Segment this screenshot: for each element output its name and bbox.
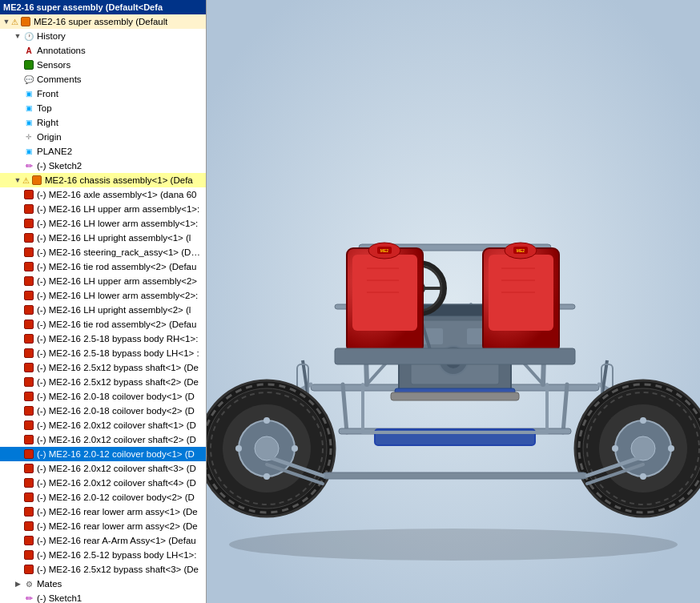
item-label: (-) ME2-16 tie rod assembly<2> (Defau bbox=[37, 320, 196, 329]
tree-item-lh_lower2[interactable]: (-) ME2-16 LH lower arm assembly<2>: bbox=[0, 288, 206, 303]
tree-item-bypass_rh1[interactable]: (-) ME2-16 2.5-18 bypass body RH<1>: bbox=[0, 332, 206, 346]
item-label: (-) ME2-16 LH upright assembly<1> (l bbox=[37, 233, 191, 243]
cad-viewport[interactable]: ME2 ME2 bbox=[207, 0, 700, 603]
expand-spacer bbox=[13, 304, 22, 316]
tree-item-mates[interactable]: ▶⚙Mates bbox=[0, 577, 206, 591]
plane-icon: ▣ bbox=[22, 87, 35, 100]
part-icon bbox=[22, 275, 35, 287]
item-label: (-) ME2-16 2.0-12 coilover body<1> (D bbox=[37, 449, 195, 459]
tree-item-tie_rod2[interactable]: (-) ME2-16 tie rod assembly<2> (Defau bbox=[0, 259, 206, 274]
sketch-icon: ✏ bbox=[22, 159, 35, 172]
tree-item-coilover_body1[interactable]: (-) ME2-16 2.0-18 coilover body<1> (D bbox=[0, 389, 206, 404]
part-icon bbox=[22, 304, 35, 316]
tree-item-rear_lower1[interactable]: (-) ME2-16 rear lower arm assy<1> (De bbox=[0, 505, 206, 519]
tree-item-front[interactable]: ▣Front bbox=[0, 86, 206, 101]
item-label: Top bbox=[37, 103, 52, 113]
tree-item-coilover_shaft2[interactable]: (-) ME2-16 2.0x12 coilover shaft<2> (D bbox=[0, 432, 206, 447]
part-icon bbox=[22, 534, 35, 547]
tree-item-root[interactable]: ▼⚠ME2-16 super assembly (Default bbox=[0, 14, 206, 29]
expand-spacer bbox=[13, 592, 22, 603]
plane-icon: ▣ bbox=[22, 102, 35, 115]
tree-item-rear_lower2[interactable]: (-) ME2-16 rear lower arm assy<2> (De bbox=[0, 519, 206, 533]
tree-item-sketch1[interactable]: ✏(-) Sketch1 bbox=[0, 591, 206, 603]
part-icon bbox=[22, 462, 35, 475]
item-label: PLANE2 bbox=[37, 147, 72, 156]
svg-point-31 bbox=[235, 445, 242, 452]
tree-item-bypass_lh2[interactable]: (-) ME2-16 2.5-12 bypass body LH<1>: bbox=[0, 548, 206, 562]
expand-spacer bbox=[13, 462, 22, 475]
item-label: (-) ME2-16 2.0x12 coilover shaft<4> (D bbox=[37, 478, 196, 488]
item-label: (-) ME2-16 2.0-12 coilover body<2> (D bbox=[37, 492, 195, 502]
tree-item-coilover_body2[interactable]: (-) ME2-16 2.0-18 coilover body<2> (D bbox=[0, 404, 206, 418]
part-icon bbox=[22, 491, 35, 504]
tree-item-bypass_lh1[interactable]: (-) ME2-16 2.5-18 bypass body LH<1> : bbox=[0, 346, 206, 360]
warning-icon: ⚠ bbox=[11, 18, 18, 26]
part-icon bbox=[22, 347, 35, 360]
expand-arrow[interactable]: ▼ bbox=[2, 15, 11, 28]
tree-item-history[interactable]: ▼🕐History bbox=[0, 29, 206, 43]
tree-item-coilover_shaft4[interactable]: (-) ME2-16 2.0x12 coilover shaft<4> (D bbox=[0, 476, 206, 490]
item-label: (-) ME2-16 2.0x12 coilover shaft<2> (D bbox=[37, 435, 196, 444]
tree-item-sketch2[interactable]: ✏(-) Sketch2 bbox=[0, 159, 206, 173]
expand-spacer bbox=[13, 433, 22, 446]
tree-item-origin[interactable]: ✛Origin bbox=[0, 130, 206, 144]
tree-item-comments[interactable]: 💬Comments bbox=[0, 72, 206, 86]
tree-item-chassis[interactable]: ▼⚠ME2-16 chassis assembly<1> (Defa bbox=[0, 173, 206, 187]
feature-tree[interactable]: ME2-16 super assembly (Default<Defa ▼⚠ME… bbox=[0, 0, 207, 603]
expand-spacer bbox=[13, 145, 22, 158]
item-label: Annotations bbox=[37, 46, 86, 55]
tree-item-lh_upright2[interactable]: (-) ME2-16 LH upright assembly<2> (l bbox=[0, 303, 206, 317]
item-label: (-) ME2-16 LH lower arm assembly<2>: bbox=[37, 291, 198, 300]
item-label: (-) ME2-16 LH lower arm assembly<1>: bbox=[37, 219, 198, 228]
part-icon bbox=[22, 505, 35, 518]
part-icon bbox=[22, 376, 35, 388]
item-label: (-) ME2-16 2.5-18 bypass body LH<1> : bbox=[37, 348, 199, 358]
expand-arrow[interactable]: ▼ bbox=[13, 30, 22, 42]
expand-spacer bbox=[13, 563, 22, 576]
item-label: (-) ME2-16 rear lower arm assy<1> (De bbox=[37, 507, 198, 517]
item-label: (-) ME2-16 2.5x12 bypass shaft<3> (De bbox=[37, 565, 199, 574]
part-icon bbox=[22, 203, 35, 215]
tree-item-right[interactable]: ▣Right bbox=[0, 115, 206, 130]
item-label: (-) ME2-16 axle assembly<1> (dana 60 bbox=[37, 190, 196, 199]
tree-item-top[interactable]: ▣Top bbox=[0, 101, 206, 115]
item-label: (-) ME2-16 LH upper arm assembly<1>: bbox=[37, 204, 199, 214]
tree-item-axle[interactable]: (-) ME2-16 axle assembly<1> (dana 60 bbox=[0, 187, 206, 202]
tree-item-rear_aarm[interactable]: (-) ME2-16 rear A-Arm Assy<1> (Defau bbox=[0, 533, 206, 548]
tree-item-lh_upper2[interactable]: (-) ME2-16 LH upper arm assembly<2> bbox=[0, 274, 206, 288]
item-label: ME2-16 super assembly (Default bbox=[34, 17, 167, 26]
tree-item-annotations[interactable]: AAnnotations bbox=[0, 43, 206, 58]
sensor-icon bbox=[22, 58, 35, 71]
tree-item-coilover_shaft1[interactable]: (-) ME2-16 2.0x12 coilover shaft<1> (D bbox=[0, 418, 206, 432]
part-icon bbox=[22, 520, 35, 533]
part-icon bbox=[22, 260, 35, 273]
expand-spacer bbox=[13, 404, 22, 417]
tree-item-lh_upper1[interactable]: (-) ME2-16 LH upper arm assembly<1>: bbox=[0, 202, 206, 216]
tree-item-plane2[interactable]: ▣PLANE2 bbox=[0, 144, 206, 159]
tree-item-steering[interactable]: (-) ME2-16 steering_rack_assy<1> (Defau bbox=[0, 245, 206, 259]
tree-item-shaft1[interactable]: (-) ME2-16 2.5x12 bypass shaft<1> (De bbox=[0, 360, 206, 375]
tree-item-bypass_shaft3[interactable]: (-) ME2-16 2.5x12 bypass shaft<3> (De bbox=[0, 562, 206, 577]
assembly-icon bbox=[30, 174, 43, 187]
svg-text:ME2: ME2 bbox=[380, 248, 389, 253]
tree-item-coilover_body3[interactable]: (-) ME2-16 2.0-12 coilover body<2> (D bbox=[0, 490, 206, 505]
tree-item-lh_upright1[interactable]: (-) ME2-16 LH upright assembly<1> (l bbox=[0, 231, 206, 245]
part-icon bbox=[22, 231, 35, 244]
tree-item-tie_rod_assy2[interactable]: (-) ME2-16 tie rod assembly<2> (Defau bbox=[0, 317, 206, 332]
tree-item-sensors[interactable]: Sensors bbox=[0, 58, 206, 72]
part-icon bbox=[22, 563, 35, 576]
title-text: ME2-16 super assembly (Default<Defa bbox=[3, 2, 163, 12]
item-label: Origin bbox=[37, 132, 62, 142]
svg-rect-76 bbox=[391, 392, 519, 400]
expand-spacer bbox=[13, 332, 22, 345]
expand-spacer bbox=[13, 318, 22, 331]
tree-item-coilover_body_sel[interactable]: (-) ME2-16 2.0-12 coilover body<1> (D bbox=[0, 447, 206, 461]
expand-arrow[interactable]: ▼ bbox=[13, 174, 22, 187]
item-label: (-) Sketch2 bbox=[37, 161, 82, 171]
tree-item-lh_lower1[interactable]: (-) ME2-16 LH lower arm assembly<1>: bbox=[0, 216, 206, 231]
comment-icon: 💬 bbox=[22, 73, 35, 86]
item-label: Comments bbox=[37, 74, 82, 84]
tree-item-shaft2[interactable]: (-) ME2-16 2.5x12 bypass shaft<2> (De bbox=[0, 375, 206, 389]
expand-arrow[interactable]: ▶ bbox=[13, 577, 22, 590]
tree-item-coilover_shaft3[interactable]: (-) ME2-16 2.0x12 coilover shaft<3> (D bbox=[0, 461, 206, 476]
